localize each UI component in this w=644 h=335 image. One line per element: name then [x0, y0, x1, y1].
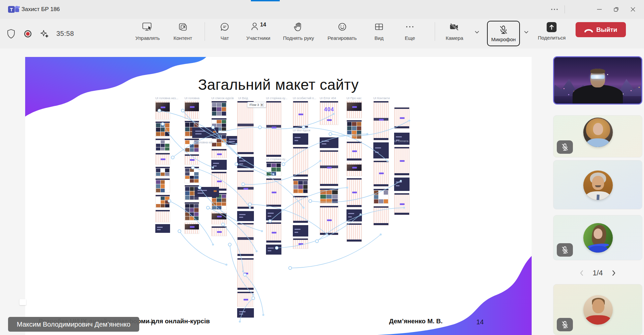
mockup-card — [320, 206, 338, 235]
mockup-card — [320, 188, 338, 204]
mockup-card — [237, 211, 254, 221]
window-title: Захист БР 186 — [21, 0, 60, 19]
chat-label: Чат — [221, 35, 229, 41]
participant-tile[interactable] — [553, 215, 642, 260]
slide-footer-author: Дем’яненко М. В. — [389, 318, 443, 325]
mockup-card — [184, 222, 199, 234]
mockup-card — [211, 133, 227, 147]
presentation-stage: Загальний макет сайту 404UI головна нез.… — [0, 49, 550, 335]
mockup-card — [184, 185, 199, 200]
speaker-silhouette — [571, 69, 625, 104]
mockup-card — [237, 157, 254, 168]
mic-muted-badge — [557, 140, 573, 154]
participants-sidebar: 1/4 — [550, 49, 644, 335]
mockup-card — [346, 141, 362, 161]
restore-button[interactable] — [608, 0, 625, 19]
share-label: Поделиться — [538, 35, 566, 41]
raise-hand-button[interactable]: Поднять руку — [283, 21, 314, 41]
mockup-card — [195, 187, 219, 197]
leave-label: Выйти — [596, 26, 618, 34]
mockup-card — [211, 212, 227, 224]
participants-pager: 1/4 — [553, 266, 642, 280]
mockup-card — [266, 222, 281, 243]
leave-button[interactable]: Выйти — [576, 22, 626, 37]
mockup-card — [394, 193, 410, 215]
mic-options-chevron[interactable] — [524, 30, 529, 34]
participants-button[interactable]: 14 Участники — [246, 21, 270, 41]
mockup-card — [184, 202, 199, 221]
mic-button[interactable]: Микрофон — [487, 21, 520, 46]
participants-label: Участники — [246, 35, 270, 41]
camera-options-chevron[interactable] — [475, 30, 479, 34]
content-button[interactable]: Контент — [173, 21, 192, 41]
participant-tile[interactable] — [553, 115, 642, 157]
participants-count-badge: 14 — [260, 22, 266, 28]
participants-person-icon — [251, 21, 259, 31]
titlebar-divider — [565, 5, 565, 13]
mockup-card: 404 — [320, 101, 338, 125]
mockup-card — [394, 107, 410, 129]
share-button[interactable]: Поделиться — [538, 22, 566, 41]
mockup-card — [293, 225, 308, 237]
manage-button[interactable]: Управлять — [136, 21, 160, 41]
slide-page-number: 14 — [476, 318, 484, 326]
mockup-card — [155, 178, 170, 193]
pager-next-button[interactable] — [611, 270, 616, 276]
mockup-card — [237, 101, 254, 154]
close-button[interactable] — [625, 0, 641, 19]
pager-prev-button[interactable] — [579, 270, 584, 276]
frame-label: UI Контакти — [373, 96, 390, 100]
participant-tile[interactable] — [553, 284, 642, 335]
mockup-card — [346, 120, 362, 139]
mockup-card — [237, 291, 254, 307]
mic-muted-badge — [557, 318, 573, 331]
participant-video-tile[interactable] — [553, 56, 642, 105]
mockup-card — [293, 179, 308, 194]
hang-up-phone-icon — [584, 27, 593, 32]
minimize-button[interactable] — [591, 0, 608, 19]
cursor-crosshair — [148, 318, 156, 326]
mockup-card — [266, 178, 281, 207]
mockup-card — [184, 138, 199, 152]
titlebar-more-button[interactable] — [547, 0, 562, 19]
flow-badge: Flow 3▶ — [247, 102, 266, 108]
chat-button[interactable]: Чат — [220, 21, 230, 41]
mockup-card — [346, 178, 362, 207]
frame-label: UI Оплата — [394, 139, 408, 143]
mockup-card — [155, 224, 170, 233]
mockup-card — [211, 226, 227, 236]
mockup-card — [226, 136, 250, 145]
mockup-card — [346, 209, 362, 221]
mockup-card — [155, 153, 170, 165]
chevron-right-icon — [611, 270, 616, 276]
frame-label: UI Error 404 — [320, 96, 336, 100]
presenter-name-tooltip: Максим Володимирович Дем’яненко — [8, 317, 139, 332]
mockup-card — [237, 170, 254, 209]
react-label: Реагировать — [327, 35, 357, 41]
titlebar-accent — [251, 0, 280, 1]
mockup-card — [293, 101, 308, 128]
mockup-card — [266, 245, 281, 255]
mic-off-icon — [560, 246, 569, 254]
mockup-card — [237, 308, 254, 318]
toolbar-divider — [205, 22, 205, 41]
slide-edge-notch — [19, 299, 26, 305]
more-button[interactable]: Еще — [405, 21, 415, 41]
titlebar: T Захист БР 186 — [0, 0, 644, 19]
mockup-card — [373, 206, 389, 225]
mockup-card — [184, 166, 199, 183]
mic-off-icon — [560, 143, 569, 151]
participant-tile[interactable] — [553, 160, 642, 209]
mockup-card — [211, 193, 227, 210]
camera-button[interactable]: Камера — [446, 21, 463, 41]
react-button[interactable]: Реагировать — [327, 21, 357, 41]
view-button[interactable]: Вид — [374, 21, 384, 41]
mic-off-icon — [498, 25, 508, 35]
teams-logo-icon: T — [7, 5, 20, 14]
mockup-card — [155, 138, 170, 151]
participant-avatar — [583, 171, 613, 200]
mockup-card — [211, 172, 227, 191]
mockup-card — [293, 133, 308, 145]
toolbar-divider-right — [435, 22, 435, 41]
mockup-card — [237, 223, 254, 256]
